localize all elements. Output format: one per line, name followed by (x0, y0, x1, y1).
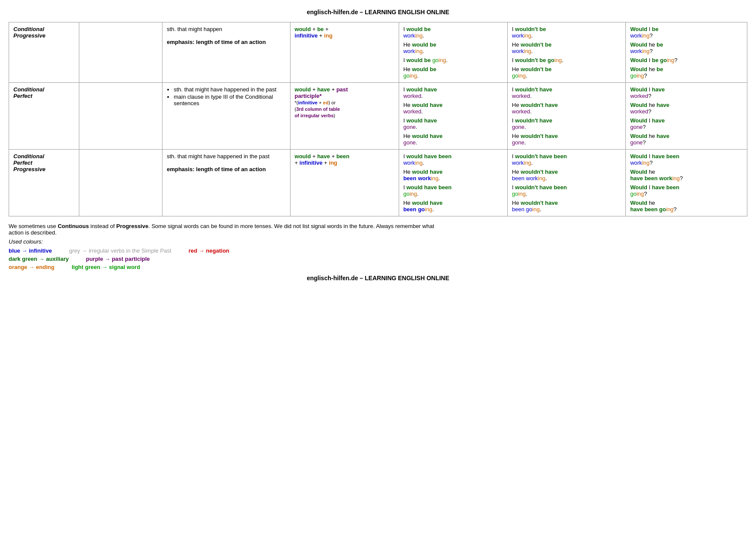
affirmative: I would haveworked. He would haveworked.… (399, 83, 507, 150)
negative: I wouldn't beworking. He wouldn't bework… (507, 22, 625, 83)
question: Would I haveworked? Would he haveworked?… (626, 83, 747, 150)
page-header: englisch-hilfen.de – LEARNING ENGLISH ON… (9, 9, 747, 16)
tense-name: ConditionalProgressive (9, 22, 79, 83)
signal-words (79, 83, 162, 150)
grammar-table: ConditionalProgressive sth. that might h… (9, 22, 747, 216)
table-row: ConditionalProgressive sth. that might h… (9, 22, 747, 83)
form: would + have + been + infinitive + ing (290, 150, 399, 216)
colour-light-green: light green → signal word (72, 264, 140, 270)
form: would + be + infinitive + ing (290, 22, 399, 83)
description: sth. that might happen emphasis: length … (162, 22, 290, 83)
colour-blue: blue → infinitive (9, 247, 52, 254)
table-row: ConditionalPerfectProgressive sth. that … (9, 150, 747, 216)
description: sth. that might have happened in the pas… (162, 150, 290, 216)
colour-dark-green: dark green → auxiliary (9, 256, 69, 262)
question: Would I have beenworking? Would hehave b… (626, 150, 747, 216)
signal-words (79, 150, 162, 216)
affirmative: I would beworking. He would beworking. I… (399, 22, 507, 83)
description: sth. that might have happened in the pas… (162, 83, 290, 150)
tense-name: ConditionalPerfectProgressive (9, 150, 79, 216)
affirmative: I would have beenworking. He would haveb… (399, 150, 507, 216)
colour-orange: orange → ending (9, 264, 54, 270)
tense-name: ConditionalPerfect (9, 83, 79, 150)
table-row: ConditionalPerfect sth. that might have … (9, 83, 747, 150)
colour-red: red → negation (188, 247, 229, 254)
colour-grey: grey → irregular verbs in the Simple Pas… (69, 247, 171, 254)
form: would + have + pastparticiple* *(infinit… (290, 83, 399, 150)
colour-purple: purple → past participle (86, 256, 150, 262)
footer-note: We sometimes use Continuous instead of P… (9, 223, 747, 270)
signal-words (79, 22, 162, 83)
page-footer: englisch-hilfen.de – LEARNING ENGLISH ON… (9, 275, 747, 282)
negative: I wouldn't have beenworking. He wouldn't… (507, 150, 625, 216)
negative: I wouldn't haveworked. He wouldn't havew… (507, 83, 625, 150)
question: Would I beworking? Would he beworking? W… (626, 22, 747, 83)
